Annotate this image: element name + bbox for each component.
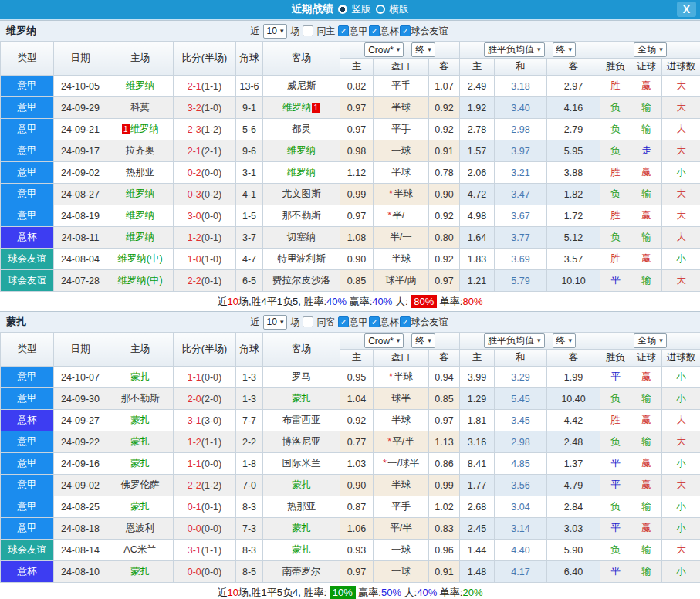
score-cell: 0-2(0-0) bbox=[174, 162, 236, 184]
red-card-badge: 1 bbox=[122, 124, 130, 134]
corner-count: 4-1 bbox=[236, 184, 263, 205]
halftime-score: (1-1) bbox=[201, 437, 221, 448]
avg-home-odds: 1.29 bbox=[460, 388, 495, 410]
match-date: 24-08-11 bbox=[54, 227, 107, 249]
goals-mark: 大 bbox=[662, 540, 700, 561]
halftime-score: (0-0) bbox=[201, 372, 221, 383]
score-cell: 1-1(0-0) bbox=[174, 453, 236, 475]
scope-select[interactable]: 全场▾ bbox=[634, 333, 667, 348]
home-team: 维罗纳 bbox=[107, 227, 174, 249]
avg-draw-odds: 4.85 bbox=[495, 453, 547, 475]
league-type-badge: 意甲 bbox=[1, 496, 54, 518]
league-label: 意甲 bbox=[349, 25, 367, 36]
avg-home-odds: 2.68 bbox=[460, 496, 495, 518]
summary-segment: 80% bbox=[462, 296, 482, 307]
league-type-badge: 意甲 bbox=[1, 431, 54, 453]
corner-count: 1-5 bbox=[236, 205, 263, 227]
bookmaker-select[interactable]: Crow*▾ bbox=[364, 42, 404, 57]
league-filters: ✓意甲✓意杯✓球会友谊 bbox=[338, 316, 449, 329]
team-name-text: 蒙扎 bbox=[130, 458, 150, 469]
corner-count: 8-3 bbox=[236, 540, 263, 561]
team-name-text: AC米兰 bbox=[123, 544, 156, 555]
bookmaker-select[interactable]: Crow*▾ bbox=[364, 333, 404, 348]
handicap-dropdowns: Crow*▾ 终▾ bbox=[340, 333, 460, 350]
avg-home-odds: 3.16 bbox=[460, 431, 495, 453]
away-team: 切塞纳 bbox=[263, 227, 340, 249]
league-checkbox[interactable]: ✓ bbox=[400, 25, 411, 36]
horizontal-layout-label[interactable]: 横版 bbox=[390, 3, 409, 16]
result-mark: 负 bbox=[600, 496, 631, 518]
league-type-badge: 球会友谊 bbox=[1, 270, 54, 292]
vertical-layout-label[interactable]: 竖版 bbox=[352, 3, 371, 16]
same-venue-checkbox[interactable] bbox=[303, 25, 313, 36]
league-checkbox[interactable]: ✓ bbox=[369, 316, 380, 327]
fulltime-score: 1-0 bbox=[188, 254, 201, 265]
avg-draw-odds: 5.79 bbox=[495, 270, 547, 292]
handicap-result-mark: 输 bbox=[631, 227, 662, 249]
match-row: 意杯 24-08-11 维罗纳 1-2(0-1) 3-7 切塞纳 1.08 半/… bbox=[1, 227, 700, 249]
vertical-layout-radio[interactable] bbox=[338, 5, 347, 14]
horizontal-layout-radio[interactable] bbox=[376, 5, 385, 14]
handicap-away-odds: 0.92 bbox=[429, 249, 460, 270]
team-name-text: 蒙扎 bbox=[292, 523, 311, 533]
summary-segment: 40% bbox=[417, 587, 437, 598]
corner-count: 6-5 bbox=[236, 270, 263, 292]
handicap-time-select[interactable]: 终▾ bbox=[411, 42, 435, 57]
fulltime-score: 2-2 bbox=[188, 480, 201, 491]
col-header-result: 胜负 bbox=[600, 350, 631, 367]
league-checkbox[interactable]: ✓ bbox=[369, 25, 380, 36]
corner-count: 4-7 bbox=[236, 249, 263, 270]
avg-draw-odds: 3.14 bbox=[495, 518, 547, 540]
avg-away-odds: 10.40 bbox=[547, 388, 600, 410]
handicap-home-odds: 0.97 bbox=[340, 561, 374, 583]
result-mark: 负 bbox=[600, 140, 631, 162]
home-team: 维罗纳 bbox=[107, 205, 174, 227]
score-cell: 3-1(1-1) bbox=[174, 540, 236, 561]
handicap-line: 一球 bbox=[374, 140, 429, 162]
avg-odds-select[interactable]: 胜平负均值▾ bbox=[484, 333, 545, 348]
league-checkbox[interactable]: ✓ bbox=[400, 316, 411, 327]
match-date: 24-09-22 bbox=[54, 431, 107, 453]
avg-odds-select[interactable]: 胜平负均值▾ bbox=[484, 42, 545, 57]
home-team: 热那亚 bbox=[107, 162, 174, 184]
close-button[interactable]: X bbox=[677, 2, 696, 17]
league-type-badge: 球会友谊 bbox=[1, 249, 54, 270]
handicap-time-select[interactable]: 终▾ bbox=[411, 333, 435, 348]
same-venue-checkbox[interactable] bbox=[303, 316, 313, 327]
record-summary: 近10场,胜4平1负5, 胜率:40% 赢率:40% 大: 80% 单率:80% bbox=[0, 292, 700, 311]
handicap-line: 半/一 bbox=[374, 227, 429, 249]
avg-home-odds: 1.92 bbox=[460, 97, 495, 119]
league-checkbox[interactable]: ✓ bbox=[338, 316, 349, 327]
handicap-line: 球半/两 bbox=[374, 270, 429, 292]
chevron-down-icon: ▾ bbox=[428, 337, 431, 344]
odds-time-select[interactable]: 终▾ bbox=[553, 42, 577, 57]
fulltime-score: 3-1 bbox=[188, 545, 201, 556]
handicap-dropdowns: Crow*▾ 终▾ bbox=[340, 42, 460, 59]
match-count-select[interactable]: 10▾ bbox=[263, 24, 288, 39]
odds-time-select[interactable]: 终▾ bbox=[553, 333, 577, 348]
match-count-select[interactable]: 10▾ bbox=[263, 315, 288, 330]
league-checkbox[interactable]: ✓ bbox=[338, 25, 349, 36]
corner-count: 1-3 bbox=[236, 367, 263, 388]
team-name-text: 维罗纳(中) bbox=[117, 275, 162, 286]
avg-draw-odds: 5.45 bbox=[495, 388, 547, 410]
score-cell: 3-0(0-0) bbox=[174, 205, 236, 227]
filter-bar: 近 10▾ 场 同客 ✓意甲✓意杯✓球会友谊 bbox=[251, 315, 450, 330]
handicap-away-odds: 0.90 bbox=[429, 184, 460, 205]
col-header-handicap-home: 主 bbox=[340, 350, 374, 367]
match-date: 24-09-27 bbox=[54, 410, 107, 431]
avg-away-odds: 3.03 bbox=[547, 518, 600, 540]
summary-segment: 20% bbox=[462, 587, 482, 598]
result-mark: 胜 bbox=[600, 76, 631, 97]
results-table: 类型 日期 主场 比分(半场) 角球 客场 Crow*▾ 终▾ 胜平负均 bbox=[0, 41, 700, 292]
goals-mark: 大 bbox=[662, 431, 700, 453]
handicap-result-mark: 输 bbox=[631, 431, 662, 453]
scope-select[interactable]: 全场▾ bbox=[634, 42, 667, 57]
fulltime-score: 1-1 bbox=[188, 372, 201, 383]
match-row: 意甲 24-09-02 佛罗伦萨 2-2(1-2) 7-0 蒙扎 0.90 半球… bbox=[1, 475, 700, 496]
team-name-text: 威尼斯 bbox=[287, 80, 316, 91]
avg-home-odds: 1.44 bbox=[460, 540, 495, 561]
avg-away-odds: 1.37 bbox=[547, 453, 600, 475]
col-header-date: 日期 bbox=[54, 42, 107, 76]
avg-home-odds: 4.98 bbox=[460, 205, 495, 227]
